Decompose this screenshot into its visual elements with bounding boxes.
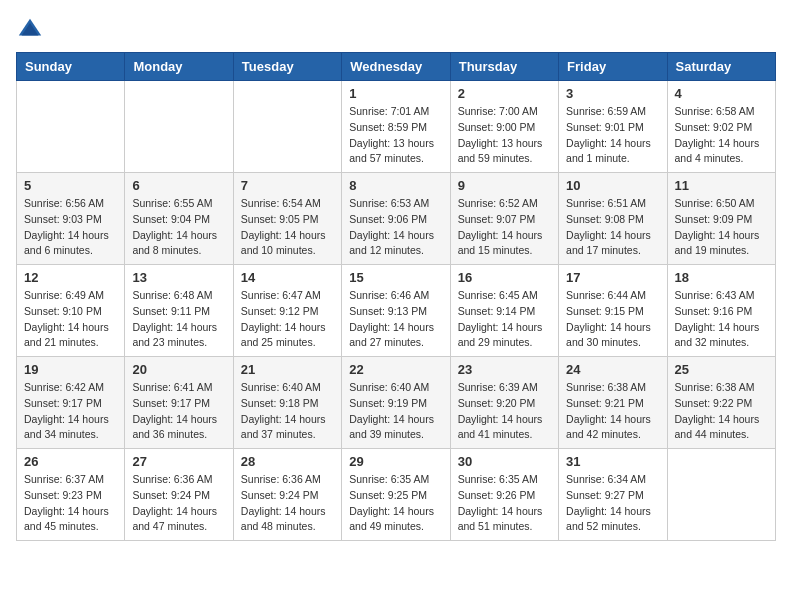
weekday-header-row: SundayMondayTuesdayWednesdayThursdayFrid…: [17, 53, 776, 81]
calendar-cell: 26Sunrise: 6:37 AMSunset: 9:23 PMDayligh…: [17, 449, 125, 541]
day-info: Sunrise: 6:35 AMSunset: 9:26 PMDaylight:…: [458, 472, 551, 535]
day-info: Sunrise: 7:01 AMSunset: 8:59 PMDaylight:…: [349, 104, 442, 167]
calendar-cell: [667, 449, 775, 541]
day-info: Sunrise: 6:38 AMSunset: 9:22 PMDaylight:…: [675, 380, 768, 443]
day-info: Sunrise: 6:46 AMSunset: 9:13 PMDaylight:…: [349, 288, 442, 351]
day-number: 1: [349, 86, 442, 101]
weekday-header-saturday: Saturday: [667, 53, 775, 81]
day-info: Sunrise: 6:42 AMSunset: 9:17 PMDaylight:…: [24, 380, 117, 443]
day-info: Sunrise: 6:38 AMSunset: 9:21 PMDaylight:…: [566, 380, 659, 443]
calendar-cell: 27Sunrise: 6:36 AMSunset: 9:24 PMDayligh…: [125, 449, 233, 541]
logo-icon: [16, 16, 44, 44]
day-number: 17: [566, 270, 659, 285]
calendar-table: SundayMondayTuesdayWednesdayThursdayFrid…: [16, 52, 776, 541]
weekday-header-friday: Friday: [559, 53, 667, 81]
day-number: 28: [241, 454, 334, 469]
calendar-cell: [125, 81, 233, 173]
day-number: 20: [132, 362, 225, 377]
day-number: 14: [241, 270, 334, 285]
day-number: 7: [241, 178, 334, 193]
day-number: 21: [241, 362, 334, 377]
calendar-cell: 12Sunrise: 6:49 AMSunset: 9:10 PMDayligh…: [17, 265, 125, 357]
day-number: 8: [349, 178, 442, 193]
day-info: Sunrise: 6:52 AMSunset: 9:07 PMDaylight:…: [458, 196, 551, 259]
day-info: Sunrise: 6:34 AMSunset: 9:27 PMDaylight:…: [566, 472, 659, 535]
calendar-cell: 3Sunrise: 6:59 AMSunset: 9:01 PMDaylight…: [559, 81, 667, 173]
weekday-header-sunday: Sunday: [17, 53, 125, 81]
day-number: 16: [458, 270, 551, 285]
calendar-cell: 21Sunrise: 6:40 AMSunset: 9:18 PMDayligh…: [233, 357, 341, 449]
calendar-cell: 10Sunrise: 6:51 AMSunset: 9:08 PMDayligh…: [559, 173, 667, 265]
weekday-header-wednesday: Wednesday: [342, 53, 450, 81]
day-info: Sunrise: 6:39 AMSunset: 9:20 PMDaylight:…: [458, 380, 551, 443]
day-number: 13: [132, 270, 225, 285]
calendar-cell: 15Sunrise: 6:46 AMSunset: 9:13 PMDayligh…: [342, 265, 450, 357]
calendar-cell: 22Sunrise: 6:40 AMSunset: 9:19 PMDayligh…: [342, 357, 450, 449]
calendar-cell: [17, 81, 125, 173]
calendar-cell: 29Sunrise: 6:35 AMSunset: 9:25 PMDayligh…: [342, 449, 450, 541]
day-number: 29: [349, 454, 442, 469]
page-header: [16, 16, 776, 44]
day-number: 18: [675, 270, 768, 285]
day-info: Sunrise: 6:45 AMSunset: 9:14 PMDaylight:…: [458, 288, 551, 351]
day-number: 31: [566, 454, 659, 469]
calendar-cell: 9Sunrise: 6:52 AMSunset: 9:07 PMDaylight…: [450, 173, 558, 265]
calendar-cell: 7Sunrise: 6:54 AMSunset: 9:05 PMDaylight…: [233, 173, 341, 265]
calendar-cell: 16Sunrise: 6:45 AMSunset: 9:14 PMDayligh…: [450, 265, 558, 357]
calendar-cell: 1Sunrise: 7:01 AMSunset: 8:59 PMDaylight…: [342, 81, 450, 173]
calendar-cell: 2Sunrise: 7:00 AMSunset: 9:00 PMDaylight…: [450, 81, 558, 173]
day-number: 12: [24, 270, 117, 285]
day-number: 30: [458, 454, 551, 469]
day-number: 26: [24, 454, 117, 469]
day-info: Sunrise: 6:53 AMSunset: 9:06 PMDaylight:…: [349, 196, 442, 259]
day-number: 22: [349, 362, 442, 377]
day-info: Sunrise: 6:51 AMSunset: 9:08 PMDaylight:…: [566, 196, 659, 259]
calendar-cell: 17Sunrise: 6:44 AMSunset: 9:15 PMDayligh…: [559, 265, 667, 357]
day-number: 2: [458, 86, 551, 101]
weekday-header-tuesday: Tuesday: [233, 53, 341, 81]
calendar-cell: 24Sunrise: 6:38 AMSunset: 9:21 PMDayligh…: [559, 357, 667, 449]
day-info: Sunrise: 6:55 AMSunset: 9:04 PMDaylight:…: [132, 196, 225, 259]
day-info: Sunrise: 6:47 AMSunset: 9:12 PMDaylight:…: [241, 288, 334, 351]
calendar-week-row: 19Sunrise: 6:42 AMSunset: 9:17 PMDayligh…: [17, 357, 776, 449]
calendar-cell: 6Sunrise: 6:55 AMSunset: 9:04 PMDaylight…: [125, 173, 233, 265]
calendar-cell: 8Sunrise: 6:53 AMSunset: 9:06 PMDaylight…: [342, 173, 450, 265]
day-number: 24: [566, 362, 659, 377]
day-number: 27: [132, 454, 225, 469]
calendar-cell: 20Sunrise: 6:41 AMSunset: 9:17 PMDayligh…: [125, 357, 233, 449]
day-info: Sunrise: 6:48 AMSunset: 9:11 PMDaylight:…: [132, 288, 225, 351]
day-number: 25: [675, 362, 768, 377]
day-number: 11: [675, 178, 768, 193]
calendar-cell: 5Sunrise: 6:56 AMSunset: 9:03 PMDaylight…: [17, 173, 125, 265]
calendar-cell: 25Sunrise: 6:38 AMSunset: 9:22 PMDayligh…: [667, 357, 775, 449]
day-info: Sunrise: 6:59 AMSunset: 9:01 PMDaylight:…: [566, 104, 659, 167]
day-number: 3: [566, 86, 659, 101]
weekday-header-thursday: Thursday: [450, 53, 558, 81]
calendar-cell: 23Sunrise: 6:39 AMSunset: 9:20 PMDayligh…: [450, 357, 558, 449]
calendar-cell: 11Sunrise: 6:50 AMSunset: 9:09 PMDayligh…: [667, 173, 775, 265]
day-info: Sunrise: 6:37 AMSunset: 9:23 PMDaylight:…: [24, 472, 117, 535]
calendar-week-row: 5Sunrise: 6:56 AMSunset: 9:03 PMDaylight…: [17, 173, 776, 265]
calendar-week-row: 12Sunrise: 6:49 AMSunset: 9:10 PMDayligh…: [17, 265, 776, 357]
day-info: Sunrise: 6:36 AMSunset: 9:24 PMDaylight:…: [241, 472, 334, 535]
day-number: 6: [132, 178, 225, 193]
day-number: 4: [675, 86, 768, 101]
day-info: Sunrise: 6:49 AMSunset: 9:10 PMDaylight:…: [24, 288, 117, 351]
calendar-week-row: 26Sunrise: 6:37 AMSunset: 9:23 PMDayligh…: [17, 449, 776, 541]
day-info: Sunrise: 6:35 AMSunset: 9:25 PMDaylight:…: [349, 472, 442, 535]
day-info: Sunrise: 6:43 AMSunset: 9:16 PMDaylight:…: [675, 288, 768, 351]
calendar-cell: 31Sunrise: 6:34 AMSunset: 9:27 PMDayligh…: [559, 449, 667, 541]
calendar-cell: 14Sunrise: 6:47 AMSunset: 9:12 PMDayligh…: [233, 265, 341, 357]
day-info: Sunrise: 6:40 AMSunset: 9:18 PMDaylight:…: [241, 380, 334, 443]
calendar-cell: 18Sunrise: 6:43 AMSunset: 9:16 PMDayligh…: [667, 265, 775, 357]
day-info: Sunrise: 6:36 AMSunset: 9:24 PMDaylight:…: [132, 472, 225, 535]
calendar-cell: 30Sunrise: 6:35 AMSunset: 9:26 PMDayligh…: [450, 449, 558, 541]
day-info: Sunrise: 6:41 AMSunset: 9:17 PMDaylight:…: [132, 380, 225, 443]
logo: [16, 16, 48, 44]
day-info: Sunrise: 7:00 AMSunset: 9:00 PMDaylight:…: [458, 104, 551, 167]
calendar-cell: 19Sunrise: 6:42 AMSunset: 9:17 PMDayligh…: [17, 357, 125, 449]
calendar-cell: 28Sunrise: 6:36 AMSunset: 9:24 PMDayligh…: [233, 449, 341, 541]
day-info: Sunrise: 6:50 AMSunset: 9:09 PMDaylight:…: [675, 196, 768, 259]
day-number: 10: [566, 178, 659, 193]
weekday-header-monday: Monday: [125, 53, 233, 81]
